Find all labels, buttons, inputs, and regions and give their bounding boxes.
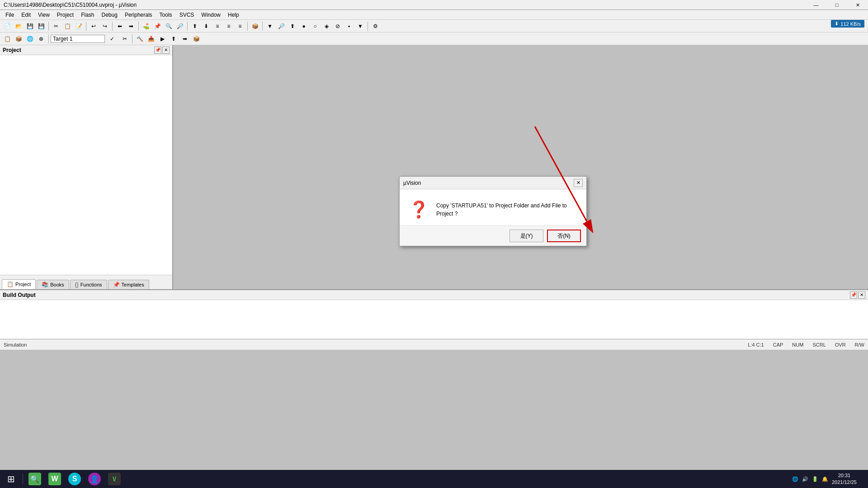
- tb-dbg7[interactable]: ⊘: [332, 21, 343, 31]
- tb2-stepover[interactable]: ⬆: [168, 34, 179, 44]
- tb2-hammer[interactable]: 🔨: [134, 34, 145, 44]
- tb2-pkg[interactable]: 📦: [191, 34, 202, 44]
- tb-dbg3[interactable]: ⬆: [287, 21, 298, 31]
- search-taskbar-icon: 🔍: [28, 473, 41, 485]
- tb-dbg1[interactable]: ▼: [264, 21, 275, 31]
- tb-outdent[interactable]: ⬇: [201, 21, 212, 31]
- menu-window[interactable]: Window: [198, 11, 224, 19]
- tab-project[interactable]: 📋 Project: [2, 279, 36, 289]
- tb-sep2: [86, 22, 86, 31]
- tb-build[interactable]: 📦: [250, 21, 260, 31]
- menu-svcs[interactable]: SVCS: [176, 11, 198, 19]
- menu-edit[interactable]: Edit: [18, 11, 34, 19]
- taskbar-search[interactable]: 🔍: [26, 471, 44, 487]
- tab-functions[interactable]: {} Functions: [70, 280, 107, 289]
- tb-bookmark[interactable]: ⛳: [141, 21, 151, 31]
- target-settings2[interactable]: ✂: [119, 34, 130, 44]
- tb2-btn4[interactable]: ⊕: [36, 34, 47, 44]
- content-area: Project 📌 ✕ 📋 Project 📚 Books {} Functio…: [0, 45, 868, 289]
- dialog-title-bar: µVision ✕: [400, 177, 586, 189]
- tb2-btn1[interactable]: 📋: [2, 34, 13, 44]
- tb-paste[interactable]: 📝: [73, 21, 84, 31]
- minimize-button[interactable]: —: [806, 0, 826, 10]
- dialog-yes-button[interactable]: 是(Y): [509, 230, 543, 242]
- dialog-overlay: µVision ✕ ❓ Copy 'STARTUP.A51' to Projec…: [173, 45, 868, 289]
- panel-tabs: 📋 Project 📚 Books {} Functions 📌 Templat…: [0, 275, 172, 289]
- tab-books-label: Books: [50, 282, 64, 287]
- tb-open[interactable]: 📂: [13, 21, 24, 31]
- dialog-box: µVision ✕ ❓ Copy 'STARTUP.A51' to Projec…: [399, 176, 587, 246]
- panel-close[interactable]: ✕: [162, 47, 170, 54]
- maximize-button[interactable]: □: [826, 0, 847, 10]
- tb-cut[interactable]: ✂: [51, 21, 61, 31]
- dialog-question-icon: ❓: [409, 200, 429, 219]
- tb-sep5: [187, 22, 188, 31]
- taskbar-uvision[interactable]: V: [105, 471, 123, 487]
- status-simulation: Simulation: [4, 342, 27, 347]
- tb-bookmarkprev[interactable]: 📌: [152, 21, 163, 31]
- menu-project[interactable]: Project: [53, 11, 77, 19]
- tb-dbg5[interactable]: ○: [310, 21, 321, 31]
- tb-copy[interactable]: 📋: [62, 21, 73, 31]
- tb2-btn2[interactable]: 📦: [13, 34, 24, 44]
- taskbar-date: 2021/12/25: [832, 479, 857, 486]
- tb-new[interactable]: 📄: [2, 21, 13, 31]
- menu-flash[interactable]: Flash: [77, 11, 98, 19]
- dialog-footer: 是(Y) 否(N): [400, 225, 586, 246]
- target-input[interactable]: [51, 35, 105, 43]
- menu-file[interactable]: File: [2, 11, 18, 19]
- tb-undo[interactable]: ↩: [88, 21, 99, 31]
- panel-controls: 📌 ✕: [154, 47, 170, 54]
- tb-search[interactable]: 🔎: [175, 21, 185, 31]
- close-button[interactable]: ✕: [847, 0, 868, 10]
- dialog-close-button[interactable]: ✕: [574, 179, 583, 187]
- tb-dbg4[interactable]: ●: [298, 21, 309, 31]
- taskbar-wechat[interactable]: W: [46, 471, 64, 487]
- tb2-btn3[interactable]: 🌐: [24, 34, 35, 44]
- tab-project-label: Project: [15, 282, 31, 287]
- build-close[interactable]: ✕: [858, 291, 865, 299]
- menu-peripherals[interactable]: Peripherals: [121, 11, 156, 19]
- status-scrl: SCRL: [812, 342, 826, 347]
- tb-dbg8[interactable]: ▪: [344, 21, 354, 31]
- tb-sep4: [138, 22, 139, 31]
- taskbar-time: 20:31: [832, 472, 857, 479]
- panel-pin[interactable]: 📌: [154, 47, 161, 54]
- tb-dbg2[interactable]: 🔎: [276, 21, 287, 31]
- tb-sep6: [247, 22, 248, 31]
- menu-help[interactable]: Help: [224, 11, 243, 19]
- tb-settings[interactable]: ⚙: [370, 21, 381, 31]
- tb-saveall[interactable]: 💾: [36, 21, 47, 31]
- panel-content: [0, 55, 172, 275]
- tb-format2[interactable]: ≡: [223, 21, 234, 31]
- menu-tools[interactable]: Tools: [156, 11, 176, 19]
- tab-books[interactable]: 📚 Books: [37, 280, 69, 289]
- tb2-stepinto[interactable]: ➡: [179, 34, 190, 44]
- tab-functions-label: Functions: [80, 282, 102, 287]
- build-pin[interactable]: 📌: [850, 291, 857, 299]
- tb-redo[interactable]: ↪: [99, 21, 110, 31]
- tb2-run[interactable]: ▶: [157, 34, 168, 44]
- dialog-message-text: Copy 'STARTUP.A51' to Project Folder and…: [436, 202, 577, 218]
- target-check[interactable]: ✓: [107, 34, 118, 44]
- tb-forward[interactable]: ➡: [126, 21, 137, 31]
- tb-format3[interactable]: ≡: [235, 21, 245, 31]
- dialog-no-button[interactable]: 否(N): [547, 230, 581, 242]
- tb-view-btn[interactable]: ▼: [355, 21, 366, 31]
- start-button[interactable]: ⊞: [2, 471, 20, 487]
- tb2-download[interactable]: 📥: [146, 34, 156, 44]
- tb-back[interactable]: ⬅: [114, 21, 125, 31]
- tab-templates[interactable]: 📌 Templates: [108, 280, 149, 289]
- tb-bookmarknext[interactable]: 🔍: [163, 21, 174, 31]
- dialog-title-text: µVision: [403, 180, 421, 186]
- menu-debug[interactable]: Debug: [98, 11, 121, 19]
- tb-save[interactable]: 💾: [24, 21, 35, 31]
- tb-format1[interactable]: ≡: [212, 21, 223, 31]
- tab-templates-label: Templates: [122, 282, 144, 287]
- taskbar-user[interactable]: 👤: [85, 471, 104, 487]
- systray-sound: 🔊: [802, 476, 808, 482]
- tb-indent[interactable]: ⬆: [189, 21, 200, 31]
- taskbar-app3[interactable]: S: [66, 471, 84, 487]
- menu-view[interactable]: View: [34, 11, 53, 19]
- tb-dbg6[interactable]: ◈: [321, 21, 332, 31]
